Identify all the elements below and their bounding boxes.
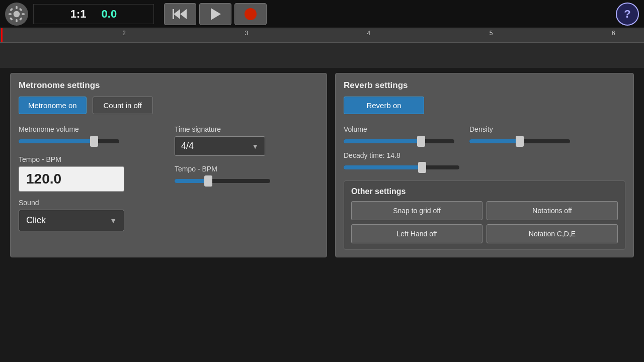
play-icon [208, 7, 223, 22]
decay-slider[interactable] [344, 162, 459, 172]
svg-rect-5 [10, 8, 13, 11]
metronome-title: Metronome settings [19, 80, 318, 90]
svg-rect-2 [16, 19, 18, 22]
metronome-volume-fill [19, 139, 94, 143]
metronome-right-col: Time signature 4/4 ▼ Tempo - BPM [175, 120, 318, 231]
sound-value: Click [26, 215, 46, 226]
svg-rect-7 [10, 17, 13, 21]
reverb-density-track [469, 139, 570, 143]
metronome-left-col: Metronome volume Tempo - BPM Sound Click… [19, 120, 163, 231]
notations-button[interactable]: Notations off [487, 201, 618, 220]
left-hand-button[interactable]: Left Hand off [351, 224, 482, 243]
reverb-other-panel: Reverb settings Reverb on Volume Density [335, 73, 634, 257]
metronome-volume-track [19, 139, 119, 143]
svg-marker-12 [211, 8, 221, 20]
svg-rect-8 [19, 8, 23, 11]
notation-cde-button[interactable]: Notation C,D,E [487, 224, 618, 243]
help-icon: ? [624, 8, 630, 21]
metronome-controls-row: Metronome on Count in off [19, 97, 318, 114]
reverb-density-fill [469, 139, 520, 143]
playhead [1, 28, 3, 42]
time-display: 1:1 0.0 [33, 4, 154, 24]
tempo-bpm-label-left: Tempo - BPM [19, 155, 163, 163]
record-icon [245, 8, 257, 20]
sound-label: Sound [19, 199, 163, 207]
reverb-volume-track [344, 139, 454, 143]
reverb-section: Reverb on Volume Density [344, 97, 625, 172]
reverb-volume-slider[interactable] [344, 136, 454, 146]
timesig-arrow-icon: ▼ [252, 142, 259, 150]
time-position: 1:1 [70, 8, 87, 21]
metronome-volume-slider[interactable] [19, 136, 119, 146]
metronome-toggle-button[interactable]: Metronome on [19, 97, 87, 114]
gear-icon [8, 5, 26, 23]
reverb-toggle-button[interactable]: Reverb on [344, 97, 424, 114]
main-content: Metronome settings Metronome on Count in… [0, 68, 644, 262]
reverb-density-label: Density [469, 125, 570, 133]
timesig-label: Time signature [175, 125, 318, 133]
tempo-bpm-slider[interactable] [175, 176, 270, 186]
decay-fill [344, 165, 422, 169]
reverb-volume-label: Volume [344, 125, 454, 133]
svg-rect-11 [173, 9, 174, 19]
ruler-mark: 4 [367, 28, 371, 42]
volume-density-row: Volume Density [344, 120, 625, 146]
svg-rect-6 [19, 17, 23, 21]
help-button[interactable]: ? [616, 3, 639, 26]
decay-label: Decady time: 14.8 [344, 151, 625, 159]
rewind-button[interactable] [164, 3, 196, 25]
timeline-ruler: 23456 [0, 28, 644, 43]
top-bar: 1:1 0.0 ? [0, 0, 644, 28]
countin-toggle-button[interactable]: Count in off [93, 97, 153, 114]
other-settings-grid: Snap to grid off Notations off Left Hand… [351, 201, 618, 243]
metronome-settings-cols: Metronome volume Tempo - BPM Sound Click… [19, 120, 318, 231]
reverb-density-slider[interactable] [469, 136, 570, 146]
reverb-title: Reverb settings [344, 80, 625, 90]
reverb-volume-fill [344, 139, 421, 143]
ruler-mark: 5 [490, 28, 493, 42]
gear-button[interactable] [5, 3, 28, 26]
rewind-icon [173, 7, 188, 22]
svg-rect-3 [9, 13, 12, 15]
svg-marker-9 [174, 9, 180, 19]
metronome-volume-thumb[interactable] [90, 136, 98, 147]
sound-arrow-icon: ▼ [110, 217, 117, 225]
ruler-mark: 6 [612, 28, 615, 42]
timesig-dropdown[interactable]: 4/4 ▼ [175, 136, 265, 156]
decay-track [344, 165, 459, 169]
time-seconds: 0.0 [102, 8, 117, 21]
decay-thumb[interactable] [418, 162, 426, 173]
svg-point-0 [14, 11, 20, 17]
timesig-value: 4/4 [181, 141, 194, 151]
other-settings-panel: Other settings Snap to grid off Notation… [344, 180, 625, 250]
ruler-mark: 2 [122, 28, 126, 42]
transport-buttons [164, 3, 267, 25]
reverb-volume-thumb[interactable] [417, 136, 425, 147]
record-button[interactable] [234, 3, 267, 25]
play-button[interactable] [199, 3, 231, 25]
tempo-bpm-fill [175, 179, 208, 183]
metronome-volume-label: Metronome volume [19, 125, 163, 133]
snap-to-grid-button[interactable]: Snap to grid off [351, 201, 482, 220]
tempo-bpm-label-right: Tempo - BPM [175, 165, 318, 173]
svg-marker-10 [180, 9, 187, 19]
metronome-panel: Metronome settings Metronome on Count in… [10, 73, 327, 257]
tempo-bpm-input[interactable] [19, 166, 124, 192]
tempo-bpm-thumb[interactable] [204, 175, 212, 187]
reverb-density-section: Density [469, 120, 570, 146]
tempo-bpm-track [175, 179, 270, 183]
sound-dropdown[interactable]: Click ▼ [19, 210, 124, 231]
reverb-density-thumb[interactable] [516, 136, 524, 147]
svg-rect-1 [16, 6, 18, 9]
svg-rect-4 [22, 13, 25, 15]
ruler-mark: 3 [245, 28, 248, 42]
reverb-volume-section: Volume [344, 120, 454, 146]
track-area [0, 43, 644, 68]
other-settings-title: Other settings [351, 187, 618, 196]
